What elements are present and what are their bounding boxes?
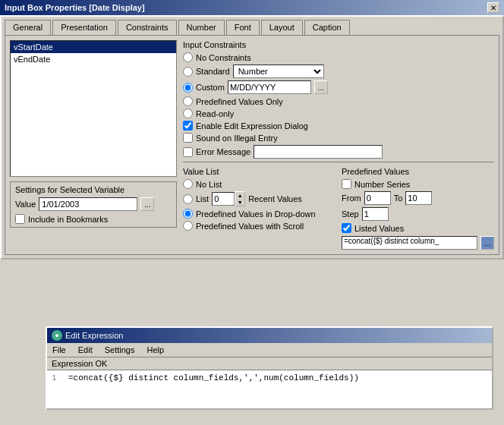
predefined-dropdown-row: Predefined Values in Drop-down: [183, 209, 335, 219]
read-only-row: Read-only: [183, 109, 494, 118]
to-input[interactable]: [405, 191, 432, 205]
no-list-radio[interactable]: [183, 179, 193, 189]
value-input[interactable]: [39, 197, 137, 211]
tab-general[interactable]: General: [5, 20, 51, 35]
list-row: List ▲ ▼ Recent Values: [183, 191, 335, 206]
include-bookmarks-row: Include in Bookmarks: [15, 214, 172, 224]
bottom-section: Value List No List List ▲: [183, 167, 494, 250]
to-label: To: [394, 194, 403, 203]
dialog-icon: ●: [52, 330, 62, 341]
predefined-scroll-row: Predefined Values with Scroll: [183, 221, 335, 231]
standard-radio[interactable]: [183, 67, 193, 77]
no-constraints-label: No Constraints: [196, 53, 251, 62]
enable-edit-expr-checkbox[interactable]: [183, 121, 193, 131]
include-bookmarks-label: Include in Bookmarks: [28, 215, 108, 224]
tab-font[interactable]: Font: [226, 20, 260, 35]
tab-content-constraints: vStartDate vEndDate Settings for Selecte…: [5, 35, 499, 255]
no-list-label: No List: [196, 180, 222, 189]
spin-up-button[interactable]: ▲: [235, 192, 244, 199]
listed-values-row: Listed Values: [342, 223, 494, 233]
menu-help[interactable]: Help: [144, 345, 166, 355]
listed-values-label: Listed Values: [354, 224, 404, 233]
tab-presentation[interactable]: Presentation: [52, 20, 116, 35]
edit-expression-dialog: ● Edit Expression File Edit Settings Hel…: [46, 326, 493, 410]
step-label: Step: [342, 209, 359, 219]
settings-box: Settings for Selected Variable Value ...…: [10, 181, 177, 228]
step-row: Step: [342, 207, 494, 221]
custom-row: Custom ...: [183, 80, 494, 94]
error-message-checkbox[interactable]: [183, 147, 193, 157]
error-message-input[interactable]: [254, 145, 383, 159]
enable-edit-expr-label: Enable Edit Expression Dialog: [196, 121, 308, 131]
custom-input[interactable]: [228, 80, 311, 94]
listed-values-checkbox[interactable]: [342, 223, 351, 233]
tab-layout[interactable]: Layout: [261, 20, 303, 35]
value-list-box: Value List No List List ▲: [183, 167, 335, 250]
menu-edit[interactable]: Edit: [76, 345, 95, 355]
menu-settings[interactable]: Settings: [102, 345, 137, 355]
custom-label: Custom: [196, 83, 225, 92]
error-message-row: Error Message: [183, 145, 494, 159]
menu-file[interactable]: File: [50, 345, 68, 355]
number-series-label: Number Series: [354, 180, 410, 189]
step-input[interactable]: [362, 207, 389, 221]
custom-browse-button[interactable]: ...: [314, 80, 328, 94]
right-panel: Input Constraints No Constraints Standar…: [183, 40, 494, 250]
value-row: Value ...: [15, 197, 172, 211]
no-constraints-radio[interactable]: [183, 52, 193, 62]
number-series-row: Number Series: [342, 179, 494, 189]
expr-value-row: =concat({$} distinct column_ ...: [342, 236, 494, 250]
list-spinner-input[interactable]: [212, 192, 235, 206]
spinner-buttons: ▲ ▼: [235, 191, 245, 206]
sound-illegal-checkbox[interactable]: [183, 133, 193, 143]
dialog-status: Expression OK: [47, 357, 492, 370]
list-radio[interactable]: [183, 194, 193, 204]
dialog-title: Edit Expression: [65, 331, 123, 340]
number-series-checkbox[interactable]: [342, 179, 351, 189]
predefined-only-label: Predefined Values Only: [196, 97, 283, 106]
spin-down-button[interactable]: ▼: [235, 199, 244, 206]
predefined-scroll-label: Predefined Values with Scroll: [196, 222, 304, 231]
recent-values-label: Recent Values: [248, 194, 302, 203]
list-spinner[interactable]: ▲ ▼: [212, 191, 245, 206]
expr-input[interactable]: =concat({$} distinct column_: [342, 236, 477, 250]
value-list-label: Value List: [183, 167, 335, 176]
settings-label: Settings for Selected Variable: [15, 185, 172, 194]
sound-illegal-row: Sound on Illegal Entry: [183, 133, 494, 143]
include-bookmarks-checkbox[interactable]: [15, 214, 25, 224]
line-number: 1: [52, 373, 62, 382]
list-label: List: [196, 194, 209, 203]
from-input[interactable]: [364, 191, 391, 205]
dialog-menu-bar: File Edit Settings Help: [47, 343, 492, 357]
tab-caption[interactable]: Caption: [304, 20, 350, 35]
predefined-scroll-radio[interactable]: [183, 221, 193, 231]
read-only-label: Read-only: [196, 109, 234, 118]
variable-item-venddate[interactable]: vEndDate: [11, 53, 176, 65]
read-only-radio[interactable]: [183, 109, 193, 118]
standard-dropdown[interactable]: Number: [233, 65, 324, 78]
custom-radio[interactable]: [183, 83, 193, 93]
value-browse-button[interactable]: ...: [140, 197, 154, 211]
variable-item-vstartdate[interactable]: vStartDate: [11, 41, 176, 53]
from-label: From: [342, 194, 361, 203]
expr-code[interactable]: =concat({$} distinct column_fields,',',n…: [68, 373, 359, 382]
tab-number[interactable]: Number: [178, 20, 225, 35]
predefined-only-radio[interactable]: [183, 96, 193, 106]
main-window: General Presentation Constraints Number …: [0, 15, 504, 260]
close-button[interactable]: ✕: [487, 2, 499, 13]
enable-edit-expr-row: Enable Edit Expression Dialog: [183, 121, 494, 131]
predefined-box: Predefined Values Number Series From To: [342, 167, 494, 250]
predefined-dropdown-radio[interactable]: [183, 209, 193, 219]
variable-list[interactable]: vStartDate vEndDate: [10, 40, 177, 177]
sound-illegal-label: Sound on Illegal Entry: [196, 134, 278, 143]
tab-constraints[interactable]: Constraints: [118, 20, 177, 35]
input-constraints-label: Input Constraints: [183, 40, 494, 49]
tabs-bar: General Presentation Constraints Number …: [5, 20, 499, 35]
no-list-row: No List: [183, 179, 335, 189]
expr-browse-button[interactable]: ...: [480, 236, 494, 250]
dialog-title-bar: ● Edit Expression: [47, 328, 492, 343]
predefined-section-label: Predefined Values: [342, 167, 494, 176]
predefined-only-row: Predefined Values Only: [183, 96, 494, 106]
expr-editor-area[interactable]: 1 =concat({$} distinct column_fields,','…: [47, 370, 492, 408]
standard-label: Standard: [196, 67, 230, 76]
